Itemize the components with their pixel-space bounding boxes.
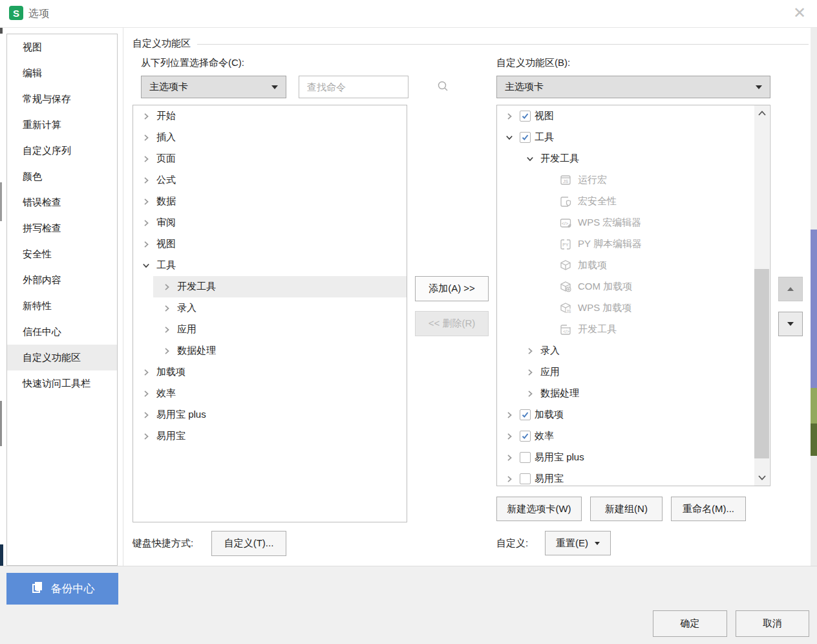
cancel-button[interactable]: 取消 bbox=[736, 610, 809, 637]
tree-row[interactable]: PYPY 脚本编辑器 bbox=[497, 233, 770, 255]
sidebar-item[interactable]: 自定义序列 bbox=[7, 138, 117, 164]
sidebar-item[interactable]: 新特性 bbox=[7, 293, 117, 319]
sidebar-item[interactable]: 颜色 bbox=[7, 164, 117, 189]
add-button[interactable]: 添加(A) >> bbox=[415, 276, 489, 301]
remove-button[interactable]: << 删除(R) bbox=[415, 311, 489, 336]
chevron-right-icon[interactable] bbox=[162, 283, 171, 291]
tree-row[interactable]: 公式 bbox=[133, 169, 407, 191]
ribbon-target-dropdown[interactable]: 主选项卡 bbox=[496, 76, 770, 98]
chevron-right-icon[interactable] bbox=[505, 454, 514, 462]
sidebar-item[interactable]: 快速访问工具栏 bbox=[7, 370, 117, 396]
chevron-right-icon[interactable] bbox=[142, 433, 151, 440]
sidebar-item[interactable]: 安全性 bbox=[7, 241, 117, 267]
command-source-dropdown[interactable]: 主选项卡 bbox=[141, 76, 286, 98]
chevron-right-icon[interactable] bbox=[142, 369, 151, 376]
sidebar-item[interactable]: 外部内容 bbox=[7, 267, 117, 293]
tree-row[interactable]: 效率 bbox=[497, 425, 770, 447]
tree-row[interactable]: 工具 bbox=[497, 127, 770, 148]
tree-row[interactable]: 录入 bbox=[497, 340, 770, 361]
tree-row[interactable]: 审阅 bbox=[133, 212, 407, 233]
command-tree-list[interactable]: 开始插入页面公式数据审阅视图工具开发工具录入应用数据处理加载项效率易用宝 plu… bbox=[133, 105, 407, 522]
tree-row[interactable]: 插入 bbox=[133, 127, 407, 148]
tree-row[interactable]: </>WPS 宏编辑器 bbox=[497, 212, 770, 233]
sidebar-item[interactable]: 错误检查 bbox=[7, 189, 117, 215]
tree-row[interactable]: 数据 bbox=[133, 191, 407, 212]
ribbon-tree-list[interactable]: 视图工具开发工具JS运行宏宏安全性</>WPS 宏编辑器PYPY 脚本编辑器加载… bbox=[496, 105, 770, 486]
move-down-button[interactable] bbox=[778, 312, 803, 336]
ribbon-checkbox-checked[interactable] bbox=[520, 409, 531, 420]
tree-row[interactable]: 数据处理 bbox=[133, 340, 407, 361]
tree-row[interactable]: JSWPS 加载项 bbox=[497, 297, 770, 319]
tree-row[interactable]: 录入 bbox=[133, 297, 407, 319]
search-input[interactable] bbox=[306, 81, 437, 93]
chevron-right-icon[interactable] bbox=[162, 347, 171, 355]
tree-row[interactable]: 易用宝 plus bbox=[497, 447, 770, 468]
sidebar-item[interactable]: 自定义功能区 bbox=[7, 345, 117, 370]
chevron-right-icon[interactable] bbox=[142, 177, 151, 184]
sidebar-item[interactable]: 视图 bbox=[7, 34, 117, 60]
tree-row[interactable]: 效率 bbox=[133, 383, 407, 404]
close-icon[interactable]: ✕ bbox=[789, 3, 811, 23]
sidebar-item[interactable]: 信任中心 bbox=[7, 319, 117, 345]
tree-row[interactable]: JS运行宏 bbox=[497, 169, 770, 191]
chevron-down-icon[interactable] bbox=[142, 262, 151, 270]
tree-row[interactable]: 页面 bbox=[133, 148, 407, 169]
new-group-button[interactable]: 新建组(N) bbox=[590, 497, 663, 521]
tree-row[interactable]: 宏安全性 bbox=[497, 191, 770, 212]
sidebar-item[interactable]: 重新计算 bbox=[7, 112, 117, 138]
tree-row[interactable]: 易用宝 bbox=[497, 468, 770, 486]
ribbon-checkbox-unchecked[interactable] bbox=[520, 452, 531, 463]
tree-row[interactable]: 工具 bbox=[133, 255, 407, 276]
chevron-right-icon[interactable] bbox=[142, 241, 151, 248]
chevron-right-icon[interactable] bbox=[505, 475, 514, 483]
new-tab-button[interactable]: 新建选项卡(W) bbox=[496, 497, 582, 521]
chevron-right-icon[interactable] bbox=[142, 113, 151, 120]
tree-row[interactable]: 数据处理 bbox=[497, 383, 770, 404]
scroll-down-icon[interactable] bbox=[754, 470, 769, 486]
chevron-right-icon[interactable] bbox=[162, 305, 171, 312]
chevron-right-icon[interactable] bbox=[142, 134, 151, 142]
tree-row[interactable]: 应用 bbox=[497, 361, 770, 383]
chevron-right-icon[interactable] bbox=[505, 433, 514, 440]
chevron-right-icon[interactable] bbox=[525, 369, 535, 376]
chevron-right-icon[interactable] bbox=[505, 411, 514, 419]
scrollbar-thumb[interactable] bbox=[754, 269, 769, 458]
scroll-up-icon[interactable] bbox=[754, 105, 769, 121]
chevron-right-icon[interactable] bbox=[525, 347, 535, 355]
chevron-right-icon[interactable] bbox=[505, 113, 514, 120]
chevron-right-icon[interactable] bbox=[142, 390, 151, 398]
scrollbar[interactable] bbox=[754, 105, 769, 486]
tree-row[interactable]: 应用 bbox=[133, 319, 407, 340]
ribbon-checkbox-checked[interactable] bbox=[520, 111, 531, 122]
chevron-right-icon[interactable] bbox=[142, 219, 151, 227]
chevron-right-icon[interactable] bbox=[162, 326, 171, 334]
move-up-button[interactable] bbox=[778, 277, 803, 301]
sidebar-item[interactable]: 拼写检查 bbox=[7, 215, 117, 241]
tree-row[interactable]: 开发工具 bbox=[497, 148, 770, 169]
ok-button[interactable]: 确定 bbox=[653, 610, 727, 637]
ribbon-checkbox-checked[interactable] bbox=[520, 431, 531, 442]
tree-row[interactable]: 易用宝 plus bbox=[133, 404, 407, 425]
backup-center-button[interactable]: 备份中心 bbox=[6, 573, 118, 605]
command-search-field[interactable] bbox=[299, 76, 408, 98]
chevron-down-icon[interactable] bbox=[505, 134, 514, 142]
tree-row[interactable]: COM 加载项 bbox=[497, 276, 770, 297]
customize-shortcuts-button[interactable]: 自定义(T)... bbox=[211, 531, 286, 556]
tree-row[interactable]: 开始 bbox=[133, 105, 407, 127]
tree-row[interactable]: 开发工具 bbox=[133, 276, 407, 297]
sidebar-item[interactable]: 常规与保存 bbox=[7, 86, 117, 112]
ribbon-checkbox-unchecked[interactable] bbox=[520, 473, 531, 484]
sidebar-item[interactable]: 编辑 bbox=[7, 60, 117, 86]
chevron-down-icon[interactable] bbox=[525, 155, 535, 163]
tree-row[interactable]: 视图 bbox=[497, 105, 770, 127]
tree-row[interactable]: 加载项 bbox=[497, 404, 770, 425]
chevron-right-icon[interactable] bbox=[142, 411, 151, 419]
chevron-right-icon[interactable] bbox=[142, 198, 151, 206]
tree-row[interactable]: 加载项 bbox=[133, 361, 407, 383]
reset-button[interactable]: 重置(E) bbox=[545, 531, 611, 555]
ribbon-checkbox-checked[interactable] bbox=[520, 132, 531, 143]
rename-button[interactable]: 重命名(M)... bbox=[671, 497, 746, 521]
chevron-right-icon[interactable] bbox=[525, 390, 535, 398]
tree-row[interactable]: 易用宝 bbox=[133, 425, 407, 447]
tree-row[interactable]: 加载项 bbox=[497, 255, 770, 276]
